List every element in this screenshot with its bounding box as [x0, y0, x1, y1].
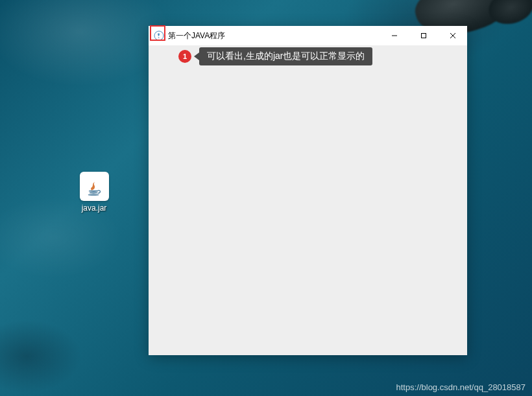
annotation-number-badge: 1 — [178, 50, 191, 63]
app-window: 第一个JAVA程序 — [149, 26, 467, 355]
svg-rect-3 — [421, 34, 426, 38]
close-button[interactable] — [438, 26, 467, 45]
maximize-button[interactable] — [409, 26, 438, 45]
minimize-button[interactable] — [380, 26, 409, 45]
java-jar-icon — [80, 172, 109, 201]
desktop-background: java.jar 第一个JAVA程序 — [0, 0, 532, 396]
desktop-icon-label: java.jar — [82, 204, 107, 213]
annotation-arrow-icon — [194, 52, 199, 60]
window-controls — [380, 26, 467, 45]
desktop-icon-java-jar[interactable]: java.jar — [73, 172, 115, 213]
svg-point-0 — [88, 194, 99, 195]
annotation-callout: 1 可以看出,生成的jar也是可以正常显示的 — [178, 47, 372, 65]
window-app-icon — [154, 30, 164, 41]
window-titlebar[interactable]: 第一个JAVA程序 — [149, 26, 467, 45]
window-client-area — [149, 45, 467, 355]
watermark-url: https://blog.csdn.net/qq_28018587 — [396, 382, 526, 392]
annotation-text: 可以看出,生成的jar也是可以正常显示的 — [199, 47, 372, 65]
window-title: 第一个JAVA程序 — [168, 30, 380, 41]
